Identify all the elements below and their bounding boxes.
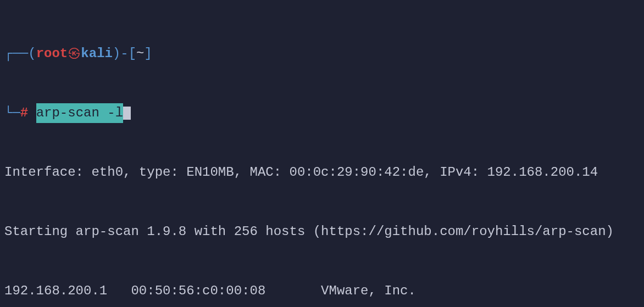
output-starting: Starting arp-scan 1.9.8 with 256 hosts (…	[4, 222, 640, 242]
prompt-line-2: └─# arp-scan -l	[4, 103, 640, 123]
prompt-corner-bot: └─	[4, 103, 20, 123]
prompt-bracket-open: [	[129, 44, 136, 64]
prompt-space	[28, 103, 36, 123]
prompt-host: kali	[81, 44, 113, 64]
command-arg[interactable]: -l	[99, 103, 123, 123]
output-interface: Interface: eth0, type: EN10MB, MAC: 00:0…	[4, 163, 640, 182]
prompt-paren-open: (	[28, 44, 36, 64]
prompt-line-1: ┌──(root㉿kali)-[~]	[4, 44, 640, 64]
prompt-path: ~	[136, 44, 144, 64]
prompt-corner-top: ┌──	[4, 44, 28, 64]
prompt-user: root	[36, 44, 68, 64]
prompt-bracket-close: ]	[144, 44, 152, 64]
result-row-1: 192.168.200.1 00:50:56:c0:00:08 VMware, …	[4, 281, 640, 301]
prompt-hash: #	[20, 103, 28, 123]
terminal-output: ┌──(root㉿kali)-[~] └─# arp-scan -l Inter…	[4, 4, 640, 307]
prompt-dash: -	[120, 44, 128, 64]
prompt-paren-close: )	[113, 44, 120, 64]
command-name[interactable]: arp-scan	[36, 103, 99, 123]
cursor-icon	[123, 107, 131, 120]
prompt-skull-icon: ㉿	[68, 44, 81, 64]
